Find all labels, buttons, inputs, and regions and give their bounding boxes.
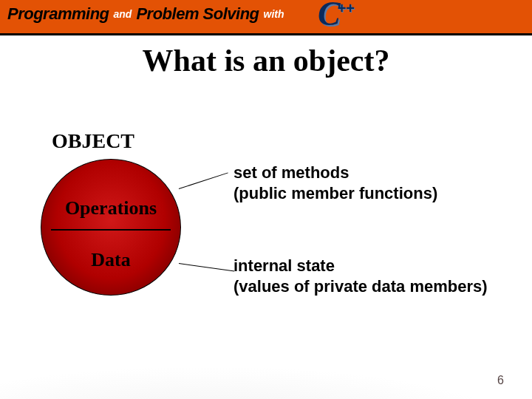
header-banner: Programming and Problem Solving with C +… <box>0 0 532 33</box>
cpp-logo-plusplus: ++ <box>338 0 355 17</box>
leader-line-operations <box>179 172 228 189</box>
operations-description: set of methods (public member functions) <box>233 163 514 203</box>
banner-word-programming: Programming <box>7 4 109 24</box>
slide: Programming and Problem Solving with C +… <box>0 0 532 399</box>
data-description: internal state (values of private data m… <box>233 256 522 296</box>
object-ellipse <box>41 159 181 296</box>
object-label: OBJECT <box>52 129 134 153</box>
book-title: Programming and Problem Solving with <box>7 4 289 24</box>
object-diagram: Operations Data <box>41 159 181 296</box>
page-number: 6 <box>497 374 504 387</box>
object-divider-line <box>51 229 171 231</box>
banner-word-and: and <box>114 8 132 20</box>
data-desc-line2: (values of private data members) <box>233 277 488 296</box>
object-bottom-label: Data <box>41 249 181 271</box>
object-top-label: Operations <box>41 197 181 219</box>
operations-desc-line1: set of methods <box>233 163 349 182</box>
leader-line-data <box>179 263 234 272</box>
banner-word-problem-solving: Problem Solving <box>136 4 259 24</box>
data-desc-line1: internal state <box>233 256 335 275</box>
slide-title: What is an object? <box>0 43 532 78</box>
banner-underline <box>0 33 532 35</box>
cpp-logo: C ++ <box>318 0 358 31</box>
operations-desc-line2: (public member functions) <box>233 184 437 202</box>
banner-word-with: with <box>264 8 284 20</box>
